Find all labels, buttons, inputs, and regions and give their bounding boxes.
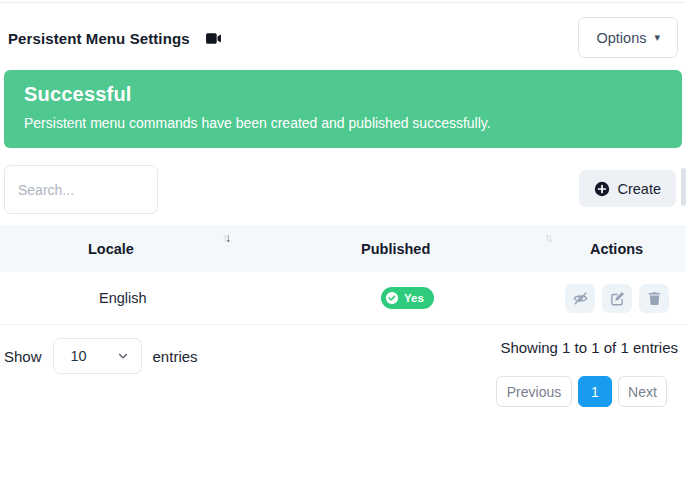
check-circle-icon — [385, 291, 399, 305]
scrollbar-thumb[interactable] — [681, 168, 686, 206]
success-alert-title: Successful — [24, 83, 662, 106]
sort-icon-locale[interactable]: ↑↓ — [222, 231, 228, 245]
row-actions — [565, 284, 669, 313]
table-row: English Yes — [0, 272, 686, 325]
previous-page-button[interactable]: Previous — [496, 376, 572, 407]
pagination: Previous 1 Next — [496, 376, 667, 407]
page-title: Persistent Menu Settings — [8, 30, 190, 47]
page-header: Persistent Menu Settings Options ▾ — [8, 17, 682, 59]
page-size-value: 10 — [71, 348, 117, 364]
next-page-button[interactable]: Next — [618, 376, 667, 407]
persistent-menu-settings-page: Persistent Menu Settings Options ▾ Succe… — [0, 0, 686, 501]
page-size-control: Show 10 entries — [4, 338, 198, 374]
video-camera-icon — [205, 30, 222, 47]
caret-down-icon: ▾ — [654, 32, 660, 43]
chevron-down-icon — [117, 350, 129, 362]
create-button-label: Create — [617, 181, 661, 197]
eye-slash-icon — [572, 290, 589, 307]
options-button-label: Options — [596, 30, 646, 46]
page-size-select[interactable]: 10 — [53, 338, 142, 374]
success-alert: Successful Persistent menu commands have… — [4, 70, 682, 148]
options-button[interactable]: Options ▾ — [578, 17, 678, 58]
top-divider — [0, 2, 686, 3]
show-label: Show — [4, 348, 42, 365]
results-summary: Showing 1 to 1 of 1 entries — [500, 339, 678, 356]
column-header-published[interactable]: Published — [361, 225, 430, 272]
column-header-locale[interactable]: Locale — [88, 225, 134, 272]
hide-button[interactable] — [565, 284, 595, 313]
locale-cell: English — [99, 272, 147, 324]
delete-button[interactable] — [639, 284, 669, 313]
search-input[interactable] — [4, 165, 158, 214]
plus-circle-icon — [594, 181, 610, 197]
table-header-row: Locale ↑↓ Published ↑↓ Actions — [0, 225, 686, 272]
published-status-label: Yes — [404, 292, 424, 304]
published-status-badge: Yes — [381, 287, 434, 309]
sort-icon-published[interactable]: ↑↓ — [544, 231, 550, 245]
pencil-square-icon — [610, 291, 625, 306]
column-header-actions: Actions — [590, 225, 643, 272]
entries-label: entries — [153, 348, 198, 365]
trash-icon — [647, 291, 662, 306]
edit-button[interactable] — [602, 284, 632, 313]
success-alert-message: Persistent menu commands have been creat… — [24, 115, 662, 131]
page-1-button[interactable]: 1 — [578, 376, 612, 407]
create-button[interactable]: Create — [579, 170, 676, 207]
